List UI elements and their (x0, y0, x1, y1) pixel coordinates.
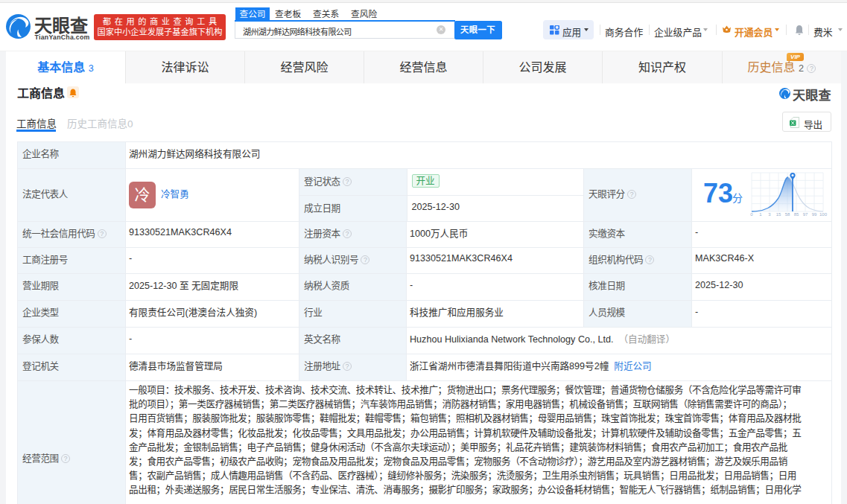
svg-text:100: 100 (819, 212, 828, 217)
svg-text:15: 15 (776, 212, 781, 217)
svg-text:85: 85 (794, 212, 799, 217)
svg-text:97: 97 (803, 212, 808, 217)
svg-text:0: 0 (750, 212, 753, 217)
svg-text:58: 58 (785, 212, 790, 217)
svg-text:99: 99 (812, 212, 817, 217)
svg-text:1: 1 (759, 212, 762, 217)
svg-text:3: 3 (768, 212, 771, 217)
